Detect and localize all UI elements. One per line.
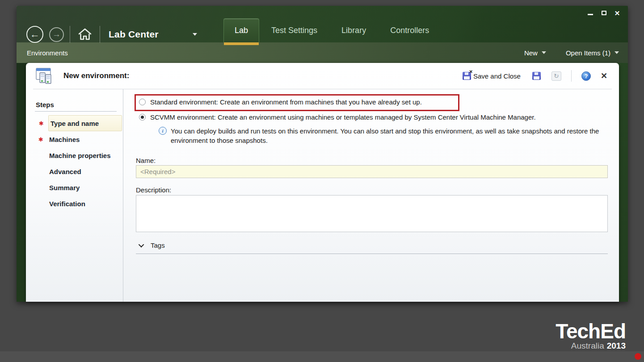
new-environment-dialog: New environment: ✕ Save and Close <box>26 63 619 302</box>
save-and-close-button[interactable]: ✕ Save and Close <box>463 72 521 80</box>
bottom-strip <box>0 351 644 362</box>
tags-section-toggle[interactable]: Tags <box>140 241 165 249</box>
step-machines[interactable]: ✱ Machines <box>48 131 121 147</box>
steps-header: Steps <box>36 101 123 108</box>
dialog-content: Standard environment: Create an environm… <box>124 89 619 302</box>
back-icon[interactable]: ← <box>26 26 43 43</box>
step-advanced[interactable]: Advanced <box>48 163 121 179</box>
required-asterisk-icon: ✱ <box>39 120 44 127</box>
description-input[interactable] <box>136 195 608 232</box>
environments-title: Environments <box>27 49 68 57</box>
info-note: i You can deploy builds and run tests on… <box>159 126 608 145</box>
save-button[interactable] <box>532 72 541 80</box>
name-label: Name: <box>136 157 156 164</box>
refresh-button[interactable]: ↻ <box>551 71 561 81</box>
tab-library[interactable]: Library <box>329 18 378 42</box>
info-text: You can deploy builds and run tests on t… <box>171 126 608 145</box>
home-icon[interactable] <box>76 25 94 43</box>
chevron-down-icon <box>615 51 619 54</box>
teched-region: Australia <box>571 341 604 350</box>
divider <box>571 70 572 82</box>
step-type-and-name[interactable]: ✱ Type and name <box>48 115 122 131</box>
standard-environment-radio-row[interactable]: Standard environment: Create an environm… <box>139 98 422 106</box>
new-menu-button[interactable]: New <box>524 49 546 57</box>
required-asterisk-icon: ✱ <box>38 136 43 143</box>
app-title: Lab Center <box>109 29 159 40</box>
scvmm-environment-radio-row[interactable]: SCVMM environment: Create an environment… <box>139 113 536 121</box>
description-label: Description: <box>136 186 171 194</box>
maximize-icon[interactable] <box>600 10 607 16</box>
save-icon <box>532 72 541 80</box>
new-menu-label: New <box>524 49 538 57</box>
divider <box>136 254 608 254</box>
tab-lab[interactable]: Lab <box>223 18 259 42</box>
divider <box>70 26 70 43</box>
tags-label: Tags <box>151 241 165 249</box>
step-summary[interactable]: Summary <box>48 179 121 196</box>
open-items-label: Open Items (1) <box>566 49 610 57</box>
steps-sidebar: Steps ✱ Type and name ✱ Machines Machine… <box>26 89 123 302</box>
divider <box>35 111 117 112</box>
tab-bar: Lab Test Settings Library Controllers <box>223 18 441 42</box>
close-window-icon[interactable]: ✕ <box>614 10 621 16</box>
minimize-icon[interactable] <box>587 10 594 16</box>
environment-icon <box>35 67 54 84</box>
chevron-down-icon <box>542 51 546 54</box>
red-dot <box>635 353 641 360</box>
center-switcher-caret-icon[interactable] <box>193 33 197 36</box>
dialog-toolbar: ✕ Save and Close ↻ ? ✕ <box>463 70 611 82</box>
close-dialog-icon[interactable]: ✕ <box>601 72 607 80</box>
divider <box>100 26 100 43</box>
dialog-title: New environment: <box>63 71 129 80</box>
open-items-menu-button[interactable]: Open Items (1) <box>566 49 619 57</box>
help-icon[interactable]: ? <box>581 71 591 81</box>
name-input[interactable] <box>136 165 608 178</box>
teched-year: 2013 <box>607 341 626 350</box>
teched-watermark: TechEd Australia2013 <box>556 320 626 351</box>
window-controls: ✕ <box>587 10 621 16</box>
teched-brand: TechEd <box>556 320 626 342</box>
forward-icon[interactable]: → <box>49 27 64 42</box>
save-and-close-icon: ✕ <box>463 72 471 80</box>
radio-unchecked-icon[interactable] <box>139 99 146 105</box>
standard-environment-label: Standard environment: Create an environm… <box>150 98 422 106</box>
step-machine-properties[interactable]: Machine properties <box>48 147 121 163</box>
radio-checked-icon[interactable] <box>139 114 146 121</box>
scvmm-environment-label: SCVMM environment: Create an environment… <box>150 113 536 121</box>
lab-center-window: ✕ ← → Lab Center Lab Test Settings Libra… <box>17 6 628 302</box>
info-icon: i <box>159 127 167 135</box>
chevron-down-icon <box>139 242 144 248</box>
dialog-header: New environment: ✕ Save and Close <box>26 63 619 89</box>
tab-test-settings[interactable]: Test Settings <box>259 18 329 42</box>
save-and-close-label: Save and Close <box>473 72 521 80</box>
tab-controllers[interactable]: Controllers <box>378 18 441 42</box>
screenshot-canvas: ✕ ← → Lab Center Lab Test Settings Libra… <box>0 0 644 362</box>
main-navigation: ← → Lab Center <box>26 22 197 47</box>
step-verification[interactable]: Verification <box>48 196 121 212</box>
